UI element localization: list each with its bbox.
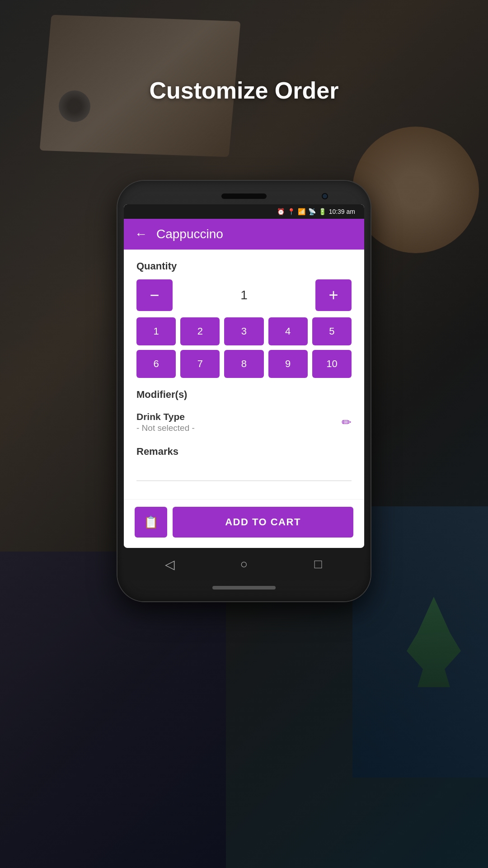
phone-device: ⏰ 📍 📶 📡 🔋 10:39 am ← Cappuccino Quantity [117, 181, 371, 601]
qty-preset-8[interactable]: 8 [224, 350, 263, 378]
app-header: ← Cappuccino [124, 219, 364, 250]
status-bar: ⏰ 📍 📶 📡 🔋 10:39 am [124, 204, 364, 219]
qty-preset-3[interactable]: 3 [224, 317, 263, 345]
modifiers-section: Modifier(s) Drink Type - Not selected - … [136, 389, 352, 437]
home-nav-button[interactable]: ○ [230, 555, 258, 573]
remarks-section: Remarks [136, 446, 352, 481]
status-icons: ⏰ 📍 📶 📡 🔋 10:39 am [277, 208, 355, 215]
qty-preset-2[interactable]: 2 [180, 317, 220, 345]
phone-bottom-nav: ◁ ○ □ [124, 548, 364, 580]
qty-preset-1[interactable]: 1 [136, 317, 176, 345]
alarm-icon: ⏰ [277, 208, 285, 215]
add-to-cart-button[interactable]: ADD TO CART [173, 507, 353, 538]
cart-clipboard-icon: 📋 [144, 515, 158, 529]
signal-icon: 📡 [308, 208, 316, 215]
page-title: Customize Order [0, 77, 488, 104]
quantity-section: Quantity − 1 + 1 2 3 4 5 6 7 8 [136, 260, 352, 378]
quantity-value: 1 [173, 288, 315, 302]
modifier-info: Drink Type - Not selected - [136, 411, 195, 433]
main-content: Quantity − 1 + 1 2 3 4 5 6 7 8 [124, 250, 364, 499]
quantity-minus-button[interactable]: − [136, 279, 173, 311]
time-display: 10:39 am [329, 208, 355, 215]
qty-preset-6[interactable]: 6 [136, 350, 176, 378]
phone-body: ⏰ 📍 📶 📡 🔋 10:39 am ← Cappuccino Quantity [117, 181, 371, 601]
qty-preset-7[interactable]: 7 [180, 350, 220, 378]
battery-icon: 🔋 [319, 208, 326, 215]
phone-bottom-bar [124, 580, 364, 592]
qty-preset-10[interactable]: 10 [312, 350, 352, 378]
home-indicator [212, 586, 276, 590]
quantity-control: − 1 + [136, 279, 352, 311]
qty-preset-5[interactable]: 5 [312, 317, 352, 345]
wifi-icon: 📶 [298, 208, 305, 215]
screen-title: Cappuccino [156, 227, 223, 241]
modifier-edit-button[interactable]: ✏ [342, 415, 352, 429]
qty-preset-9[interactable]: 9 [268, 350, 308, 378]
quantity-preset-grid: 1 2 3 4 5 6 7 8 9 10 [136, 317, 352, 378]
round-table-decoration [352, 127, 479, 253]
remarks-input-line[interactable] [136, 465, 352, 481]
phone-screen: ⏰ 📍 📶 📡 🔋 10:39 am ← Cappuccino Quantity [124, 204, 364, 548]
action-bar: 📋 ADD TO CART [124, 499, 364, 547]
modifier-value-display: - Not selected - [136, 423, 195, 433]
remarks-label: Remarks [136, 446, 352, 458]
quantity-plus-button[interactable]: + [315, 279, 352, 311]
modifier-type-label: Drink Type [136, 411, 195, 422]
quantity-label: Quantity [136, 260, 352, 272]
location-icon: 📍 [287, 208, 295, 215]
modifier-row-drink-type: Drink Type - Not selected - ✏ [136, 408, 352, 437]
recents-nav-button[interactable]: □ [305, 555, 332, 573]
phone-camera [322, 193, 328, 199]
back-nav-button[interactable]: ◁ [156, 555, 183, 573]
view-cart-button[interactable]: 📋 [135, 507, 167, 538]
qty-preset-4[interactable]: 4 [268, 317, 308, 345]
modifiers-label: Modifier(s) [136, 389, 352, 401]
back-button[interactable]: ← [135, 228, 147, 241]
phone-speaker [221, 193, 267, 199]
phone-top-bar [124, 190, 364, 204]
